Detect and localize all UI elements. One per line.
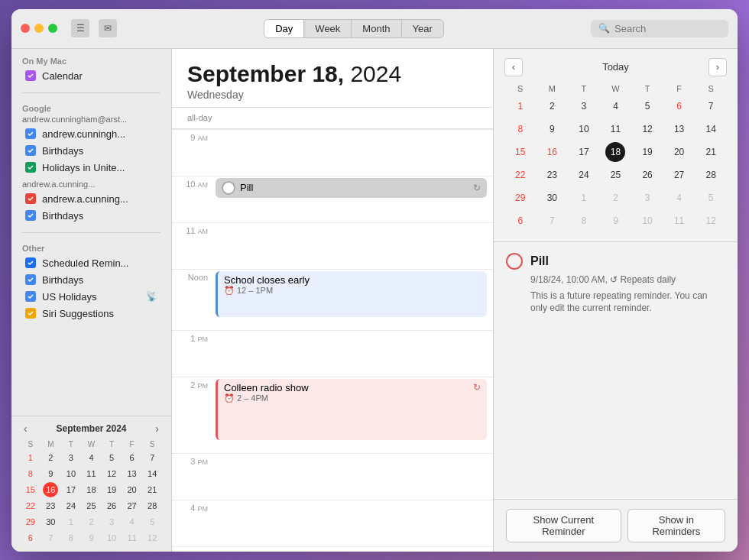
sidebar-item-holidays-google[interactable]: Holidays in Unite... [15, 160, 168, 176]
mini-day-20[interactable]: 20 [125, 482, 140, 497]
andrew2-checkbox[interactable] [25, 193, 36, 204]
large-day-25[interactable]: 25 [605, 165, 625, 185]
large-day-oct10[interactable]: 10 [637, 211, 657, 231]
mini-day-29[interactable]: 29 [23, 514, 38, 529]
search-input[interactable] [614, 23, 721, 34]
mini-day-18[interactable]: 18 [83, 482, 99, 497]
mini-day-oct4[interactable]: 4 [125, 514, 140, 529]
large-day-oct1[interactable]: 1 [574, 188, 594, 208]
large-day-19[interactable]: 19 [637, 142, 657, 162]
us-holidays-checkbox[interactable] [25, 291, 36, 302]
birthdays-google-checkbox[interactable] [25, 145, 36, 156]
mini-day-22[interactable]: 22 [23, 498, 38, 513]
holidays-google-checkbox[interactable] [25, 162, 36, 173]
close-button[interactable] [21, 24, 30, 33]
mini-day-25[interactable]: 25 [83, 498, 99, 513]
large-cal-next-button[interactable]: › [708, 58, 727, 76]
search-box[interactable]: 🔍 [591, 20, 728, 37]
mini-day-oct1[interactable]: 1 [63, 514, 79, 529]
mini-day-oct5[interactable]: 5 [144, 514, 160, 529]
sidebar-item-scheduled-reminders[interactable]: Scheduled Remin... [15, 255, 168, 271]
scheduled-reminders-checkbox[interactable] [25, 257, 36, 268]
mini-day-28[interactable]: 28 [144, 498, 160, 513]
mini-day-7[interactable]: 7 [144, 450, 160, 465]
maximize-button[interactable] [48, 24, 57, 33]
birthdays-other-checkbox[interactable] [25, 274, 36, 285]
year-view-button[interactable]: Year [402, 20, 443, 37]
colleen-event[interactable]: Colleen radio show ↻ ⏰ 2 – 4PM [216, 379, 487, 440]
mini-day-oct2[interactable]: 2 [83, 514, 99, 529]
mini-day-21[interactable]: 21 [144, 482, 160, 497]
large-cal-today-button[interactable]: Today [523, 61, 708, 73]
mini-day-5[interactable]: 5 [104, 450, 119, 465]
sidebar-item-us-holidays[interactable]: US Holidays 📡 [15, 289, 168, 305]
large-day-24[interactable]: 24 [574, 165, 594, 185]
mini-day-17[interactable]: 17 [63, 482, 79, 497]
mini-day-oct9[interactable]: 9 [83, 530, 99, 545]
large-day-5[interactable]: 5 [637, 96, 657, 116]
mini-day-27[interactable]: 27 [125, 498, 140, 513]
mini-day-14[interactable]: 14 [144, 466, 160, 481]
large-day-12[interactable]: 12 [637, 119, 657, 139]
sidebar-item-birthdays2[interactable]: Birthdays [15, 208, 168, 224]
mini-day-3[interactable]: 3 [63, 450, 79, 465]
large-day-oct5[interactable]: 5 [701, 188, 721, 208]
large-day-18[interactable]: 18 [605, 142, 625, 162]
large-day-oct2[interactable]: 2 [605, 188, 625, 208]
large-day-8[interactable]: 8 [511, 119, 530, 139]
mini-day-oct8[interactable]: 8 [63, 530, 79, 545]
large-day-20[interactable]: 20 [670, 142, 689, 162]
mini-cal-next-button[interactable]: › [152, 422, 162, 435]
large-day-6[interactable]: 6 [670, 96, 689, 116]
mini-day-oct12[interactable]: 12 [144, 530, 160, 545]
show-in-reminders-button[interactable]: Show in Reminders [627, 509, 725, 542]
sidebar-toggle-icon[interactable]: ☰ [71, 19, 89, 37]
mini-day-oct11[interactable]: 11 [125, 530, 140, 545]
large-day-17[interactable]: 17 [574, 142, 594, 162]
large-day-1[interactable]: 1 [511, 96, 530, 116]
mini-day-10[interactable]: 10 [63, 466, 79, 481]
mini-day-15[interactable]: 15 [23, 482, 38, 497]
large-day-oct6[interactable]: 6 [511, 211, 530, 231]
mini-day-9[interactable]: 9 [43, 466, 58, 481]
large-day-27[interactable]: 27 [670, 165, 689, 185]
large-day-oct12[interactable]: 12 [701, 211, 721, 231]
large-day-14[interactable]: 14 [701, 119, 721, 139]
large-day-oct8[interactable]: 8 [574, 211, 594, 231]
month-view-button[interactable]: Month [352, 20, 401, 37]
mini-cal-prev-button[interactable]: ‹ [21, 422, 31, 435]
large-day-13[interactable]: 13 [670, 119, 689, 139]
mini-day-oct3[interactable]: 3 [104, 514, 119, 529]
mini-day-23[interactable]: 23 [43, 498, 58, 513]
sidebar-item-birthdays-other[interactable]: Birthdays [15, 272, 168, 288]
large-day-2[interactable]: 2 [542, 96, 562, 116]
day-view-button[interactable]: Day [264, 20, 304, 37]
show-current-reminder-button[interactable]: Show Current Reminder [506, 509, 621, 542]
mini-day-oct10[interactable]: 10 [104, 530, 119, 545]
birthdays2-checkbox[interactable] [25, 210, 36, 221]
large-day-oct4[interactable]: 4 [670, 188, 689, 208]
mini-day-2[interactable]: 2 [43, 450, 58, 465]
mini-day-oct7[interactable]: 7 [43, 530, 58, 545]
mini-day-oct6[interactable]: 6 [23, 530, 38, 545]
large-day-26[interactable]: 26 [637, 165, 657, 185]
large-day-oct9[interactable]: 9 [605, 211, 625, 231]
school-event[interactable]: School closes early ⏰ 12 – 1PM [216, 271, 487, 317]
mini-day-13[interactable]: 13 [125, 466, 140, 481]
sidebar-item-siri-suggestions[interactable]: Siri Suggestions [15, 306, 168, 322]
pill-event[interactable]: Pill ↻ [216, 178, 487, 198]
andrew-checkbox[interactable] [25, 128, 36, 139]
large-cal-prev-button[interactable]: ‹ [504, 58, 523, 76]
mini-day-19[interactable]: 19 [104, 482, 119, 497]
sidebar-item-birthdays-google[interactable]: Birthdays [15, 143, 168, 159]
large-day-16[interactable]: 16 [542, 142, 562, 162]
day-scroll[interactable]: 9 AM 10 AM Pill ↻ 11 AM [172, 129, 493, 552]
calendar-checkbox[interactable] [25, 70, 36, 81]
sidebar-item-andrew[interactable]: andrew.cunningh... [15, 126, 168, 142]
mini-day-6[interactable]: 6 [125, 450, 140, 465]
large-day-4[interactable]: 4 [605, 96, 625, 116]
large-day-11[interactable]: 11 [605, 119, 625, 139]
mini-day-4[interactable]: 4 [83, 450, 99, 465]
large-day-28[interactable]: 28 [701, 165, 721, 185]
mini-day-30[interactable]: 30 [43, 514, 58, 529]
